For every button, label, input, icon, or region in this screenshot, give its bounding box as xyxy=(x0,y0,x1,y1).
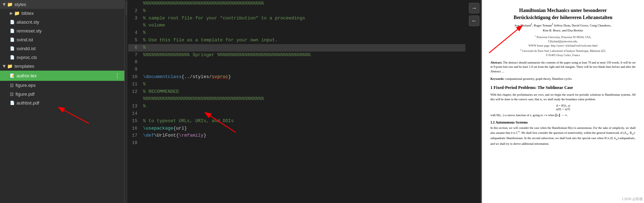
line-number: 6 xyxy=(128,44,142,52)
section1-para1: With this chapter, the preliminaries are… xyxy=(490,92,636,102)
code-line-5: 5 % Use this file as a template for your… xyxy=(128,37,465,44)
line-number: 14 xyxy=(128,110,142,118)
file-icon-svind: 📄 xyxy=(10,37,15,42)
line-number xyxy=(128,0,142,7)
line-code: % xyxy=(142,7,465,15)
code-line-3b: % volume xyxy=(128,22,465,29)
sidebar-item-figure-pdf[interactable]: 🖼 figure.pdf xyxy=(0,90,124,98)
file-icon-svindd: 📄 xyxy=(10,46,15,51)
sidebar-item-svindd[interactable]: 📄 svindd.ist xyxy=(0,44,124,53)
code-line-2: 2 % xyxy=(128,7,465,15)
code-line-17: 17 \def\UrlFont{\rmfamily} xyxy=(128,132,465,139)
code-line-8: 8 xyxy=(128,59,465,66)
sidebar-item-author-tex[interactable]: 📝 author.tex ⋮ xyxy=(0,71,124,81)
sidebar-item-label-figure-pdf: figure.pdf xyxy=(16,91,122,97)
sidebar-item-bibtex[interactable]: ▶ 📁 bibtex xyxy=(0,9,124,18)
sidebar-item-remreset[interactable]: 📄 remreset.sty xyxy=(0,26,124,35)
back-button[interactable]: ← xyxy=(469,16,479,26)
line-code: %%%%%%%%%%%%%%%%%%%%%%%%%%%%%%%%%%%%%%%%… xyxy=(142,0,465,7)
line-number: 3 xyxy=(128,15,142,22)
line-number: 12 xyxy=(128,88,142,96)
sidebar-item-label-svproc: svproc.cls xyxy=(17,55,122,60)
line-number: 7 xyxy=(128,52,142,59)
line-number: 5 xyxy=(128,37,142,44)
line-code: \def\UrlFont{\rmfamily} xyxy=(142,132,465,139)
line-number: 17 xyxy=(128,132,142,139)
forward-button[interactable]: → xyxy=(469,3,479,13)
expand-arrow-templates: ▶ xyxy=(2,65,7,68)
code-line-9: 9 xyxy=(128,66,465,73)
code-line-12b: %%%%%%%%%%%%%%%%%%%%%%%%%%%%%%%%%%%%%%%%… xyxy=(128,95,465,103)
line-number: 13 xyxy=(128,103,142,110)
line-number: 4 xyxy=(128,29,142,37)
navigation-arrows: → ← xyxy=(467,0,481,26)
sidebar-item-label-styles: styles xyxy=(14,2,122,7)
sidebar-item-label-authbst: authbst.pdf xyxy=(17,100,122,106)
line-code: % volume xyxy=(142,22,465,29)
line-code: % xyxy=(142,44,465,52)
code-line-15: 15 % to typeset URLs, URIs, and DOIs xyxy=(128,118,465,125)
line-code xyxy=(142,59,465,66)
preview-affil: 1 Princeton University, Princeton NJ 085… xyxy=(490,34,636,57)
preview-title: Hamiltonian Mechanics unter besondererBe… xyxy=(490,7,636,21)
line-number: 8 xyxy=(128,59,142,66)
code-line-11: 11 % xyxy=(128,81,465,88)
code-line-10: 10 \documentclass{../styles/svproc} xyxy=(128,73,465,81)
line-code: %%%%%%%%%%%%%%%%% Springer %%%%%%%%%%%%%… xyxy=(142,52,465,59)
sidebar-item-label-remreset: remreset.sty xyxy=(17,28,122,34)
folder-icon-bibtex: 📁 xyxy=(14,11,20,16)
code-def: \def xyxy=(143,133,154,138)
sidebar-item-label-author-tex: author.tex xyxy=(17,73,113,78)
code-line-13: 13 % xyxy=(128,103,465,110)
line-code: \usepackage{url} xyxy=(142,125,465,132)
file-tree: ▶ 📁 styles ▶ 📁 bibtex 📄 aliascnt.sty 📄 r… xyxy=(0,0,124,107)
code-line-14: 14 xyxy=(128,110,465,118)
file-icon-remreset: 📄 xyxy=(10,29,15,33)
sidebar-item-authbst[interactable]: 📄 authbst.pdf xyxy=(0,98,124,107)
line-code: % xyxy=(142,81,465,88)
line-code: % to typeset URLs, URIs, and DOIs xyxy=(142,118,465,125)
file-icon-authbst: 📄 xyxy=(10,101,15,105)
code-line-4: 4 % xyxy=(128,29,465,37)
sidebar-item-aliascnt[interactable]: 📄 aliascnt.sty xyxy=(0,18,124,26)
code-special: svproc xyxy=(212,74,228,79)
code-line-12: 12 % RECOMMENDED xyxy=(128,88,465,96)
code-usepackage: \usepackage xyxy=(143,126,173,131)
section1-para2: In this section, we will consider the ca… xyxy=(490,126,636,146)
file-icon-aliascnt: 📄 xyxy=(10,20,15,24)
section1-title: 1 Fixed-Period Problems: The Sublinear C… xyxy=(490,85,636,91)
code-line-16: 16 \usepackage{url} xyxy=(128,125,465,132)
line-code: %%%%%%%%%%%%%%%%%%%%%%%%%%%%%%%%%%%%%%%%… xyxy=(142,95,465,103)
folder-icon-styles: 📁 xyxy=(7,2,13,7)
line-number: 11 xyxy=(128,81,142,88)
sidebar-item-styles[interactable]: ▶ 📁 styles xyxy=(0,0,124,9)
subsection1-title: 1.1 Autonomous Systems xyxy=(490,120,636,124)
code-line-6: 6 % xyxy=(128,44,465,52)
sidebar-item-label-bibtex: bibtex xyxy=(21,11,122,16)
expand-arrow-styles: ▶ xyxy=(2,3,7,6)
line-number xyxy=(128,22,142,29)
line-number: 18 xyxy=(128,139,142,147)
code-line-3: 3 % sample root file for your "contribut… xyxy=(128,15,465,22)
math-followup: with H(t, ·) a convex function of x, goi… xyxy=(490,113,636,118)
sidebar-item-svproc[interactable]: 📄 svproc.cls xyxy=(0,53,124,62)
math-display-1: ẋ = H'(t, x) x(0) = x(T) xyxy=(490,104,636,111)
sidebar-item-templates[interactable]: ▶ 📁 templates xyxy=(0,62,124,71)
abstract-label: Abstract. xyxy=(490,61,502,64)
svg-line-1 xyxy=(59,108,89,124)
line-code: % xyxy=(142,103,465,110)
file-icon-author-tex: 📝 xyxy=(10,73,15,78)
sidebar-red-arrow xyxy=(52,104,91,127)
left-indicator xyxy=(125,0,128,203)
line-code: % RECOMMENDED xyxy=(142,88,465,96)
editor-scroll-area[interactable]: %%%%%%%%%%%%%%%%%%%%%%%%%%%%%%%%%%%%%%%%… xyxy=(125,0,481,203)
document-preview: Hamiltonian Mechanics unter besondererBe… xyxy=(482,0,644,203)
keywords-label: Keywords: xyxy=(490,77,504,80)
watermark: CSDN @答视 xyxy=(622,197,643,202)
line-number: 9 xyxy=(128,66,142,73)
more-options-button[interactable]: ⋮ xyxy=(113,72,122,79)
code-line-7: 7 %%%%%%%%%%%%%%%%% Springer %%%%%%%%%%%… xyxy=(128,52,465,59)
sidebar-item-svind[interactable]: 📄 svind.ist xyxy=(0,35,124,44)
sidebar-item-figure-eps[interactable]: 🖼 figure.eps xyxy=(0,81,124,90)
sidebar-item-label-templates: templates xyxy=(14,64,122,69)
